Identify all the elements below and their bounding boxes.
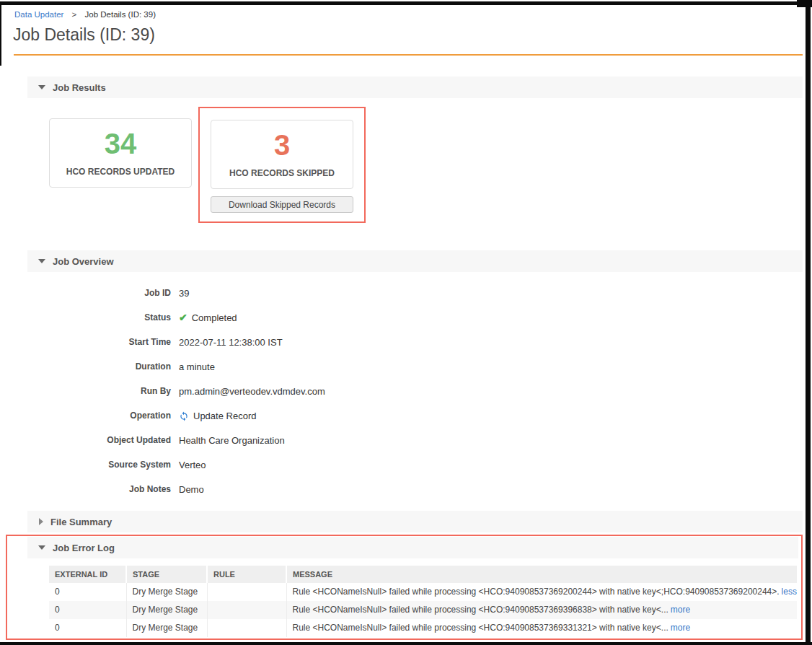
field-row-operation: Operation Update Record [14, 403, 803, 428]
expand-triangle-icon [39, 518, 43, 525]
cell-message: Rule <HCONameIsNull> failed while proces… [286, 601, 797, 619]
skipped-count: 3 [274, 131, 290, 159]
field-label: Duration [14, 361, 171, 372]
field-label: Object Updated [14, 435, 171, 445]
collapse-triangle-icon [38, 545, 45, 550]
section-title-job-results: Job Results [53, 82, 106, 93]
field-value: a minute [179, 361, 803, 372]
check-icon: ✔ [179, 312, 187, 322]
field-value: Update Record [179, 411, 803, 421]
job-error-log-highlight-box: Job Error Log EXTERNAL ID STAGE RULE MES… [6, 535, 803, 640]
table-header-row: EXTERNAL ID STAGE RULE MESSAGE [49, 566, 797, 583]
job-overview-fields: Job ID 39 Status ✔ Completed Start Time … [14, 281, 803, 501]
field-value: 39 [179, 288, 803, 299]
cell-rule [207, 583, 286, 601]
refresh-icon [179, 411, 189, 421]
page-title: Job Details (ID: 39) [13, 25, 803, 45]
window-frame-left [0, 5, 1, 66]
cell-external-id: 0 [49, 601, 126, 619]
breadcrumb-current: Job Details (ID: 39) [85, 10, 156, 19]
skipped-card-highlight-box: 3 HCO RECORDS SKIPPED Download Skipped R… [198, 107, 366, 223]
job-error-log-table: EXTERNAL ID STAGE RULE MESSAGE 0 Dry Mer… [49, 566, 797, 637]
section-title-job-error-log: Job Error Log [53, 543, 115, 553]
field-row-job-id: Job ID 39 [14, 281, 803, 305]
cell-stage: Dry Merge Stage [126, 601, 207, 619]
field-value: pm.admin@verteodev.vdmdev.com [179, 386, 803, 397]
field-value: Demo [179, 484, 803, 495]
section-header-job-overview[interactable]: Job Overview [27, 250, 803, 272]
collapse-triangle-icon [38, 85, 45, 89]
field-label: Operation [14, 411, 171, 421]
window-frame-top [0, 1, 812, 5]
cell-rule [207, 601, 286, 619]
column-header-external-id: EXTERNAL ID [49, 566, 126, 583]
job-details-page: Data Updater > Job Details (ID: 39) Job … [0, 0, 812, 640]
field-value: Health Care Organization [179, 435, 803, 446]
cell-external-id: 0 [49, 619, 126, 637]
error-table-row: 0 Dry Merge Stage Rule <HCONameIsNull> f… [49, 619, 797, 637]
skipped-card-label: HCO RECORDS SKIPPED [229, 168, 335, 178]
field-label: Start Time [14, 337, 171, 347]
field-row-job-notes: Job Notes Demo [14, 477, 803, 501]
section-header-job-results[interactable]: Job Results [27, 76, 803, 98]
updated-records-card: 34 HCO RECORDS UPDATED [49, 118, 192, 188]
cell-message: Rule <HCONameIsNull> failed while proces… [286, 583, 797, 601]
column-header-stage: STAGE [126, 566, 207, 583]
field-label: Run By [14, 386, 171, 396]
column-header-rule: RULE [207, 566, 286, 583]
breadcrumb-separator: > [72, 10, 77, 19]
updated-card-label: HCO RECORDS UPDATED [66, 167, 175, 177]
more-link[interactable]: more [671, 605, 690, 615]
cell-rule [207, 619, 286, 637]
cell-stage: Dry Merge Stage [126, 583, 207, 601]
field-row-duration: Duration a minute [14, 354, 803, 379]
download-skipped-records-button[interactable]: Download Skipped Records [211, 196, 353, 213]
cell-external-id: 0 [49, 583, 126, 601]
collapse-triangle-icon [38, 259, 45, 263]
field-value: 2022-07-11 12:38:00 IST [179, 337, 803, 348]
field-label: Job Notes [14, 484, 171, 494]
breadcrumb-link-data-updater[interactable]: Data Updater [14, 10, 63, 19]
cell-message: Rule <HCONameIsNull> failed while proces… [286, 619, 797, 637]
cell-stage: Dry Merge Stage [126, 619, 207, 637]
field-row-run-by: Run By pm.admin@verteodev.vdmdev.com [14, 379, 803, 403]
window-frame-right [806, 0, 811, 645]
less-link[interactable]: less [782, 587, 797, 597]
section-header-file-summary[interactable]: File Summary [27, 511, 803, 532]
section-title-file-summary: File Summary [50, 517, 112, 527]
field-value: Verteo [179, 460, 803, 470]
field-row-start-time: Start Time 2022-07-11 12:38:00 IST [14, 330, 803, 354]
skipped-records-card: 3 HCO RECORDS SKIPPED [211, 120, 353, 189]
column-header-message: MESSAGE [286, 566, 797, 583]
field-row-source-system: Source System Verteo [14, 452, 803, 477]
error-table-row: 0 Dry Merge Stage Rule <HCONameIsNull> f… [49, 601, 797, 619]
title-divider [14, 54, 803, 56]
updated-count: 34 [105, 129, 137, 158]
field-label: Job ID [14, 288, 171, 298]
field-label: Status [14, 312, 171, 322]
window-frame-bottom [0, 642, 812, 645]
more-link[interactable]: more [671, 623, 690, 633]
field-label: Source System [14, 460, 171, 470]
field-row-status: Status ✔ Completed [14, 305, 803, 330]
field-value: ✔ Completed [179, 312, 803, 323]
error-table-row: 0 Dry Merge Stage Rule <HCONameIsNull> f… [49, 583, 797, 601]
job-results-cards: 34 HCO RECORDS UPDATED 3 HCO RECORDS SKI… [49, 107, 803, 223]
section-title-job-overview: Job Overview [53, 256, 114, 267]
field-row-object-updated: Object Updated Health Care Organization [14, 428, 803, 452]
section-header-job-error-log[interactable]: Job Error Log [27, 537, 798, 558]
